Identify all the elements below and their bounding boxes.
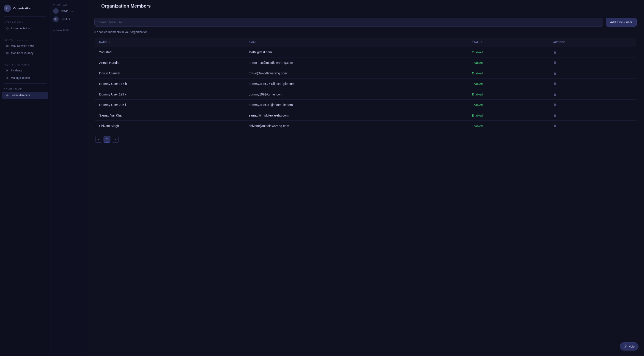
middle-item-team2[interactable]: Ro Ronit G...: [50, 15, 87, 23]
team2-label: Ronit G...: [60, 18, 72, 21]
delete-icon[interactable]: 🗑: [553, 71, 557, 75]
status-badge: Enabled: [472, 93, 483, 96]
delete-icon[interactable]: 🗑: [553, 124, 557, 128]
plus-icon: +: [53, 28, 55, 32]
sidebar-item-map-network[interactable]: ⊞ Map Network Flow: [2, 42, 48, 49]
incidents-icon: ⚑: [6, 69, 9, 72]
content-area: Add a new user 8 enabled members in your…: [87, 12, 644, 148]
cell-status: Enabled: [467, 121, 549, 131]
cell-actions: 🗑: [549, 57, 637, 68]
sidebar-divider-3: [4, 59, 46, 59]
search-row: Add a new user: [94, 18, 637, 26]
cell-status: Enabled: [467, 110, 549, 121]
table-row: Dhruv Agarwaldhruv@middlewarehq.comEnabl…: [94, 68, 637, 78]
cell-name: Dummy User 295 f: [94, 100, 244, 110]
cell-email: dummy199@gmail.com: [244, 89, 467, 100]
cell-email: samad@middlewarehq.com: [244, 110, 467, 121]
sidebar-item-label: Team Members: [11, 94, 30, 97]
user-journey-icon: ⊟: [6, 51, 9, 55]
delete-icon[interactable]: 🗑: [553, 50, 557, 54]
cell-name: 2nd staff: [94, 47, 244, 57]
table-header-row: NAME ↑ EMAIL STATUS ACTIONS: [94, 37, 637, 47]
middle-panel: Your Teams TH Tanvir H... Ro Ronit G... …: [50, 0, 87, 356]
cell-email: dummy.user.99@example.com: [244, 100, 467, 110]
cell-status: Enabled: [467, 100, 549, 110]
help-button[interactable]: ⓘ Help: [620, 342, 638, 351]
cell-name: Shivam Singh: [94, 121, 244, 131]
sidebar-section-infrastructure: INFRASTRUCTURE: [0, 36, 50, 42]
cell-status: Enabled: [467, 89, 549, 100]
col-header-status: STATUS: [467, 37, 549, 47]
cell-email: anmol-ext@middlewarehq.com: [244, 57, 467, 68]
cell-name: Dummy User 177 b: [94, 78, 244, 89]
sidebar-item-label: Map Network Flow: [11, 44, 34, 47]
table-row: Dummy User 177 bdummy.user.751@example.c…: [94, 78, 637, 89]
table-row: Anmol Handaanmol-ext@middlewarehq.comEna…: [94, 57, 637, 68]
status-badge: Enabled: [472, 82, 483, 86]
sort-arrow-name[interactable]: ↑: [109, 41, 110, 43]
org-avatar: O: [4, 4, 11, 12]
sidebar-item-label: Manage Teams: [11, 76, 30, 79]
sidebar-item-incidents[interactable]: ⚑ Incidents: [2, 67, 48, 74]
delete-icon[interactable]: 🗑: [553, 61, 557, 64]
delete-icon[interactable]: 🗑: [553, 82, 557, 86]
cell-actions: 🗑: [549, 78, 637, 89]
cell-status: Enabled: [467, 68, 549, 78]
team1-label: Tanvir H...: [60, 9, 73, 12]
middle-section-your-teams: Your Teams: [50, 2, 71, 7]
add-user-button[interactable]: Add a new user: [606, 18, 637, 26]
middle-item-team1[interactable]: TH Tanvir H...: [50, 7, 87, 15]
cell-actions: 🗑: [549, 121, 637, 131]
delete-icon[interactable]: 🗑: [553, 103, 557, 107]
page-title: Organization Members: [101, 3, 151, 9]
help-icon: ⓘ: [624, 344, 627, 349]
members-count-text: 8 enabled members in your organization.: [94, 30, 637, 34]
new-team-label: New Team: [56, 29, 69, 32]
cell-status: Enabled: [467, 57, 549, 68]
table-row: Samad Yar Khansamad@middlewarehq.comEnab…: [94, 110, 637, 121]
top-header: ← Organization Members: [87, 0, 644, 12]
team1-avatar: TH: [53, 8, 59, 14]
sidebar-item-team-members[interactable]: ⊘ Team Members: [2, 92, 48, 99]
team-members-icon: ⊘: [6, 93, 9, 97]
cell-actions: 🗑: [549, 68, 637, 78]
pagination-page-1-button[interactable]: 1: [104, 136, 110, 143]
cell-name: Anmol Handa: [94, 57, 244, 68]
col-header-email: EMAIL: [244, 37, 467, 47]
team2-avatar: Ro: [53, 16, 59, 22]
sidebar-item-instrumentation[interactable]: ⬡ Instrumentation: [2, 25, 48, 32]
cell-email: dummy.user.751@example.com: [244, 78, 467, 89]
col-header-name: NAME ↑: [94, 37, 244, 47]
pagination-next-button[interactable]: ›: [112, 136, 119, 143]
instrumentation-icon: ⬡: [6, 26, 9, 30]
pagination-prev-button[interactable]: ‹: [95, 136, 102, 143]
delete-icon[interactable]: 🗑: [553, 92, 557, 96]
cell-email: staff2@test.com: [244, 47, 467, 57]
new-team-button[interactable]: + New Team: [53, 28, 84, 32]
table-body: 2nd staffstaff2@test.comEnabled🗑Anmol Ha…: [94, 47, 637, 131]
table-row: Dummy User 295 fdummy.user.99@example.co…: [94, 100, 637, 110]
sidebar-divider-1: [4, 16, 46, 17]
cell-actions: 🗑: [549, 47, 637, 57]
cell-name: Dummy User 199 v: [94, 89, 244, 100]
sidebar-top: O Organization: [0, 3, 50, 15]
delete-icon[interactable]: 🗑: [553, 113, 557, 117]
cell-status: Enabled: [467, 78, 549, 89]
main-content: ← Organization Members Add a new user 8 …: [87, 0, 644, 356]
help-label: Help: [628, 345, 634, 348]
sidebar-item-label: Incidents: [11, 69, 22, 72]
cell-actions: 🗑: [549, 110, 637, 121]
status-badge: Enabled: [472, 114, 483, 117]
cell-status: Enabled: [467, 47, 549, 57]
back-button[interactable]: ←: [92, 3, 98, 9]
sidebar-item-manage-teams[interactable]: ⊕ Manage Teams: [2, 74, 48, 81]
table-row: 2nd staffstaff2@test.comEnabled🗑: [94, 47, 637, 57]
cell-actions: 🗑: [549, 100, 637, 110]
cell-email: dhruv@middlewarehq.com: [244, 68, 467, 78]
status-badge: Enabled: [472, 103, 483, 107]
members-table: NAME ↑ EMAIL STATUS ACTIONS 2nd staffsta…: [94, 37, 637, 131]
search-input[interactable]: [94, 18, 603, 26]
table-row: Dummy User 199 vdummy199@gmail.comEnable…: [94, 89, 637, 100]
sidebar-item-map-user[interactable]: ⊟ Map User Journey: [2, 50, 48, 56]
sidebar-divider-2: [4, 34, 46, 34]
